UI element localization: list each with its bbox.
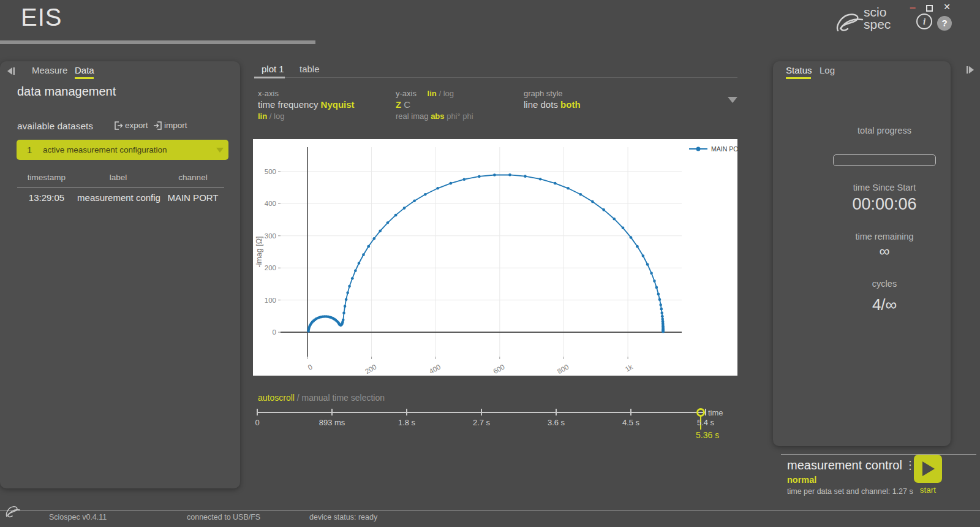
datasets-label: available datasets bbox=[17, 121, 93, 132]
yaxis-quantity: Z C bbox=[396, 99, 410, 110]
collapse-right-icon[interactable] bbox=[965, 65, 976, 75]
app-title: EIS bbox=[21, 4, 62, 31]
slider-tick-label: 0 bbox=[233, 418, 282, 427]
export-icon bbox=[114, 121, 123, 130]
slash-separator: / bbox=[297, 393, 300, 403]
tab-status-underline bbox=[786, 77, 811, 79]
xaxis-option-nyquist[interactable]: Nyquist bbox=[321, 99, 355, 110]
graph-style-options: line dots both bbox=[524, 99, 581, 110]
slider-tick-label: 1.8 s bbox=[382, 418, 431, 427]
plot-settings-collapse-icon[interactable] bbox=[728, 97, 737, 103]
svg-text:0: 0 bbox=[306, 363, 314, 371]
svg-text:100: 100 bbox=[265, 297, 276, 304]
time-remaining-value: ∞ bbox=[821, 243, 948, 260]
svg-text:400: 400 bbox=[428, 363, 442, 375]
style-option-both[interactable]: both bbox=[560, 99, 580, 110]
sciospec-footer-icon bbox=[5, 505, 21, 518]
total-progress-bar bbox=[833, 154, 936, 166]
tab-status[interactable]: Status bbox=[786, 65, 812, 75]
tab-table[interactable]: table bbox=[300, 64, 320, 74]
slider-tick bbox=[705, 409, 706, 415]
tab-data[interactable]: Data bbox=[75, 65, 94, 75]
help-icon[interactable]: ? bbox=[937, 16, 952, 31]
style-option-dots[interactable]: dots bbox=[541, 99, 558, 110]
nyquist-chart-svg: 02004006008001k0100200300400500real [Ω]-… bbox=[253, 139, 737, 376]
start-button[interactable] bbox=[914, 455, 942, 483]
graph-style-label: graph style bbox=[524, 89, 563, 98]
tab-measure[interactable]: Measure bbox=[32, 65, 67, 75]
slider-tick-label: 3.6 s bbox=[532, 418, 581, 427]
yaxis-option-abs[interactable]: abs bbox=[431, 112, 444, 121]
tab-data-underline bbox=[75, 77, 94, 79]
xaxis-option-frequency[interactable]: frequency bbox=[278, 99, 318, 110]
xaxis-scale: lin / log bbox=[258, 112, 284, 121]
svg-text:MAIN PORT: MAIN PORT bbox=[711, 145, 737, 153]
brand-logo: scio spec bbox=[835, 6, 903, 36]
svg-text:800: 800 bbox=[556, 363, 570, 375]
tab-row-divider bbox=[285, 77, 737, 78]
import-icon bbox=[153, 121, 162, 130]
maximize-button[interactable] bbox=[926, 5, 933, 12]
status-bar-divider bbox=[0, 510, 980, 511]
svg-text:real [Ω]: real [Ω] bbox=[469, 374, 494, 376]
autoscroll-option[interactable]: autoscroll bbox=[258, 393, 295, 403]
export-label: export bbox=[125, 121, 148, 130]
slider-tick-label: 4.5 s bbox=[606, 418, 655, 427]
yaxis-component: real imag abs phi° phi bbox=[396, 112, 473, 121]
svg-text:200: 200 bbox=[265, 264, 276, 271]
yaxis-option-z[interactable]: Z bbox=[396, 99, 401, 110]
play-icon bbox=[922, 461, 935, 476]
yaxis-scale-log[interactable]: log bbox=[443, 89, 454, 98]
tab-plot1-underline bbox=[254, 77, 285, 78]
yaxis-option-phideg[interactable]: phi° bbox=[447, 112, 461, 121]
cell-label: measurement config bbox=[76, 192, 162, 203]
yaxis-option-imag[interactable]: imag bbox=[411, 112, 428, 121]
tab-plot1[interactable]: plot 1 bbox=[262, 64, 284, 74]
device-status: device status: ready bbox=[309, 513, 377, 521]
time-mode-toggle: autoscroll / manual time selection bbox=[258, 393, 385, 403]
time-since-start-label: time Since Start bbox=[821, 183, 948, 192]
import-label: import bbox=[164, 121, 187, 130]
slider-value: 5.36 s bbox=[696, 430, 719, 440]
brand-text-scio: scio bbox=[864, 6, 891, 18]
svg-text:-imag [Ω]: -imag [Ω] bbox=[255, 236, 263, 267]
slider-tick bbox=[556, 409, 557, 415]
start-button-label: start bbox=[914, 485, 942, 495]
xaxis-scale-log[interactable]: log bbox=[274, 112, 284, 121]
tab-log[interactable]: Log bbox=[820, 65, 835, 75]
col-channel: channel bbox=[162, 173, 224, 182]
info-icon[interactable]: i bbox=[916, 13, 932, 29]
cycles-label: cycles bbox=[821, 279, 948, 289]
minimize-button[interactable]: – bbox=[907, 1, 919, 13]
slash-separator: / bbox=[439, 89, 441, 98]
slider-tick-label: 2.7 s bbox=[457, 418, 506, 427]
svg-text:600: 600 bbox=[492, 363, 506, 375]
slider-handle[interactable] bbox=[696, 408, 705, 417]
slider-tick bbox=[257, 409, 258, 415]
svg-text:400: 400 bbox=[265, 200, 276, 207]
style-option-line[interactable]: line bbox=[524, 99, 538, 110]
yaxis-scale-lin[interactable]: lin bbox=[428, 89, 437, 98]
col-label: label bbox=[85, 173, 152, 182]
dropdown-chevron-icon bbox=[216, 148, 224, 153]
measurement-info: time per data set and channel: 1.27 s bbox=[787, 487, 913, 496]
nyquist-chart[interactable]: 02004006008001k0100200300400500real [Ω]-… bbox=[253, 139, 737, 376]
yaxis-option-c[interactable]: C bbox=[404, 99, 410, 110]
dataset-dropdown[interactable]: 1 active measurement configuration bbox=[17, 140, 228, 160]
slider-tick-label: 893 ms bbox=[307, 418, 356, 427]
dataset-index: 1 bbox=[27, 145, 32, 155]
slider-tick bbox=[331, 409, 333, 415]
yaxis-option-phi[interactable]: phi bbox=[462, 112, 473, 121]
slider-time-label: time bbox=[708, 408, 723, 417]
time-remaining-label: time remaining bbox=[821, 232, 948, 241]
close-button[interactable]: ✕ bbox=[941, 2, 952, 13]
xaxis-option-time[interactable]: time bbox=[258, 99, 275, 110]
connection-status: connected to USB/FS bbox=[187, 513, 260, 521]
measurement-control-divider bbox=[781, 454, 976, 455]
yaxis-option-real[interactable]: real bbox=[396, 112, 409, 121]
collapse-left-icon[interactable] bbox=[5, 66, 16, 76]
xaxis-scale-lin[interactable]: lin bbox=[258, 112, 267, 121]
yaxis-section: y-axis lin / log bbox=[396, 89, 454, 98]
measurement-mode[interactable]: normal bbox=[787, 475, 816, 485]
manual-time-option[interactable]: manual time selection bbox=[302, 393, 385, 403]
